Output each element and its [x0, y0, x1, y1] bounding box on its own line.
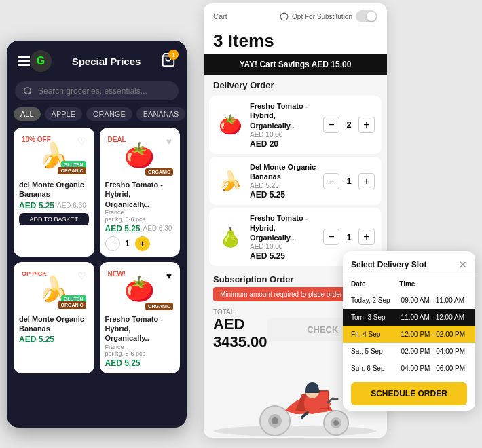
cart-qty-increase[interactable]: + — [358, 117, 375, 133]
cart-item-base-price: AED 10.00 — [250, 131, 318, 138]
hamburger-icon[interactable] — [18, 56, 30, 66]
qty-increase-button[interactable]: + — [135, 236, 150, 251]
slot-date: Sat, 5 Sep — [351, 348, 398, 355]
cart-item-total-price: AED 5.25 — [250, 251, 318, 261]
left-panel: G Special Prices 1 ALL APPLE ORANGE BANA… — [7, 41, 187, 428]
add-to-basket-button[interactable]: ADD TO BASKET — [19, 213, 89, 225]
cat-tab-orange[interactable]: ORANGE — [86, 107, 132, 121]
cart-item-info: Fresho Tomato - Hybrid, Organically.. AE… — [250, 213, 318, 261]
cart-button[interactable]: 1 — [161, 52, 176, 70]
product-card: 10% OFF ♡ 🍌 GLUTEN FREE VEGAN ORGANIC de… — [14, 128, 94, 257]
slot-row[interactable]: Today, 2 Sep 09:00 AM - 11:00 AM — [343, 292, 475, 309]
product-name: Fresho Tomato - Hybrid, Organically.. — [105, 314, 175, 343]
cat-tab-all[interactable]: ALL — [14, 107, 41, 121]
date-column-header: Date — [351, 280, 399, 288]
slot-time: 11:00 AM - 12:00 AM — [401, 314, 467, 321]
cart-qty-control: − 2 + — [323, 117, 375, 133]
product-name: del Monte Organic Bananas — [19, 180, 89, 200]
cart-qty-decrease[interactable]: − — [323, 117, 339, 133]
slot-col-headers: Date Time — [343, 276, 475, 292]
product-card: NEW! ♥ 🍅 ORGANIC Fresho Tomato - Hybrid,… — [100, 262, 181, 373]
cart-label: Cart — [213, 12, 227, 20]
slot-row[interactable]: Fri, 4 Sep 12:00 PM - 02:00 PM — [343, 326, 475, 343]
opt-substitution: Opt For Substitution — [280, 10, 377, 22]
cart-item-total-price: AED 5.25 — [250, 190, 318, 200]
delivery-order-label: Delivery Order — [204, 75, 387, 93]
deal-badge: DEAL — [108, 136, 126, 143]
product-size: per kg, 8-6 pcs — [105, 350, 175, 357]
slot-title: Select Delivery Slot — [351, 260, 426, 269]
grocer-logo: G — [30, 50, 52, 72]
slot-time: 02:00 PM - 04:00 PM — [401, 348, 467, 355]
cart-qty-decrease[interactable]: − — [323, 229, 339, 245]
price-old: AED 6.30 — [57, 202, 86, 209]
cart-item-name: Fresho Tomato - Hybrid, Organically.. — [250, 213, 318, 242]
wishlist-icon[interactable]: ♡ — [77, 270, 86, 281]
cart-item: 🍅 Fresho Tomato - Hybrid, Organically.. … — [209, 96, 382, 154]
svg-rect-18 — [305, 390, 320, 393]
slot-date: Today, 2 Sep — [351, 297, 398, 304]
opt-sub-label: Opt For Substitution — [292, 13, 352, 20]
cart-item-image: 🍅 — [216, 113, 244, 136]
slot-time: 12:00 PM - 02:00 PM — [401, 331, 467, 338]
price-new: AED 5.25 — [105, 224, 141, 234]
wishlist-icon[interactable]: ♥ — [166, 270, 172, 281]
cart-qty-increase[interactable]: + — [358, 173, 375, 189]
search-bar[interactable] — [15, 81, 179, 100]
slot-row[interactable]: Tom, 3 Sep 11:00 AM - 12:00 AM — [343, 309, 475, 326]
cart-header: Cart Opt For Substitution — [204, 3, 387, 26]
schedule-order-button[interactable]: SCHEDULE ORDER — [351, 382, 467, 405]
product-price: AED 5.25 AED 6.30 — [19, 201, 89, 210]
slot-row[interactable]: Sat, 5 Sep 02:00 PM - 04:00 PM — [343, 343, 475, 360]
cat-tab-apple[interactable]: APPLE — [45, 107, 82, 121]
cart-item-total-price: AED 20 — [250, 139, 318, 149]
close-icon[interactable]: ✕ — [459, 259, 467, 270]
wishlist-icon[interactable]: ♥ — [166, 136, 172, 147]
cart-item-info: Fresho Tomato - Hybrid, Organically.. AE… — [250, 101, 318, 149]
info-icon — [280, 12, 289, 21]
product-price: AED 5.25 AED 6.30 — [105, 224, 175, 234]
cart-qty-increase[interactable]: + — [358, 229, 375, 245]
svg-point-9 — [272, 417, 278, 424]
cart-qty-control: − 1 + — [323, 229, 375, 245]
slot-date: Sun, 6 Sep — [351, 365, 398, 372]
cart-item-base-price: AED 5.25 — [250, 182, 318, 189]
opt-sub-toggle[interactable] — [356, 10, 377, 22]
slot-date: Tom, 3 Sep — [351, 314, 398, 321]
quantity-value: 1 — [123, 239, 132, 248]
cart-item-base-price: AED 10.00 — [250, 243, 318, 250]
cart-item-name: Fresho Tomato - Hybrid, Organically.. — [250, 101, 318, 130]
product-image-area: DEAL ♥ 🍅 ORGANIC — [105, 133, 175, 177]
svg-point-6 — [214, 426, 377, 436]
cart-item: 🍌 Del Monte Organic Bananas AED 5.25 AED… — [209, 157, 382, 206]
search-input[interactable] — [38, 86, 170, 96]
top-pick-badge: OP PICK — [22, 270, 47, 277]
cart-qty-value: 1 — [344, 176, 354, 186]
product-origin: France — [105, 209, 175, 216]
wishlist-icon[interactable]: ♡ — [77, 136, 86, 147]
cart-item-image: 🍐 — [216, 226, 244, 248]
qty-decrease-button[interactable]: − — [105, 236, 120, 251]
cart-qty-control: − 1 + — [323, 173, 375, 189]
product-origin: France — [105, 343, 175, 350]
off-badge: 10% OFF — [22, 136, 51, 143]
products-grid: 10% OFF ♡ 🍌 GLUTEN FREE VEGAN ORGANIC de… — [7, 128, 187, 373]
slot-time: 09:00 AM - 11:00 AM — [401, 297, 467, 304]
cart-badge: 1 — [168, 50, 179, 60]
slot-date: Fri, 4 Sep — [351, 331, 398, 338]
price-new: AED 5.25 — [105, 358, 141, 368]
price-old: AED 6.30 — [143, 225, 172, 232]
slot-row[interactable]: Sun, 6 Sep 04:00 PM - 06:00 PM — [343, 360, 475, 377]
product-image-area: NEW! ♥ 🍅 ORGANIC — [105, 267, 175, 312]
quantity-control: − 1 + — [105, 236, 175, 251]
header-title: Special Prices — [52, 56, 161, 67]
slot-header: Select Delivery Slot ✕ — [343, 251, 475, 276]
search-icon — [23, 86, 33, 96]
slot-time: 04:00 PM - 06:00 PM — [401, 365, 467, 372]
cart-qty-decrease[interactable]: − — [323, 173, 339, 189]
delivery-slot-panel: Select Delivery Slot ✕ Date Time Today, … — [343, 251, 475, 411]
cart-item-name: Del Monte Organic Bananas — [250, 162, 318, 182]
organic-tag: ORGANIC — [145, 168, 173, 176]
cat-tab-bananas[interactable]: BANANAS — [136, 107, 186, 121]
time-column-header: Time — [399, 280, 467, 288]
